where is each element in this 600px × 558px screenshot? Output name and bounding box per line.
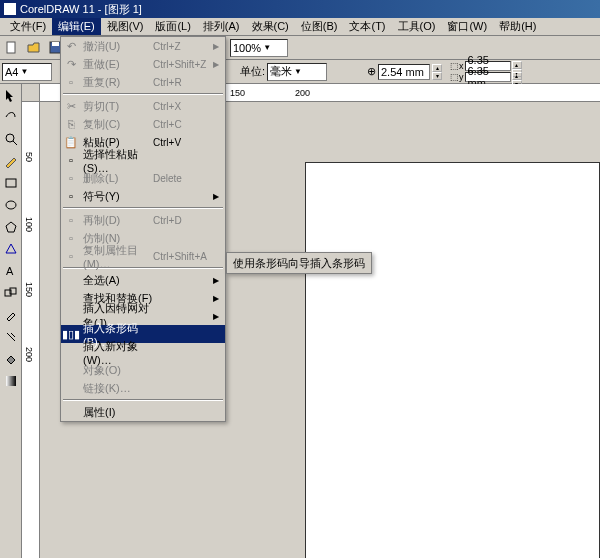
submenu-item[interactable]: 使用条形码向导插入条形码 xyxy=(229,255,369,271)
polygon-tool[interactable] xyxy=(1,217,21,237)
interactive-fill-tool[interactable] xyxy=(1,371,21,391)
titlebar: CorelDRAW 11 - [图形 1] xyxy=(0,0,600,18)
eyedropper-tool[interactable] xyxy=(1,305,21,325)
zoom-tool[interactable] xyxy=(1,129,21,149)
menu-label: 再制(D) xyxy=(81,213,153,228)
menu-item[interactable]: ▫符号(Y)▶ xyxy=(61,187,225,205)
new-icon xyxy=(5,41,19,55)
blend-icon xyxy=(4,286,18,300)
window-title: CorelDRAW 11 - [图形 1] xyxy=(20,2,142,17)
zoom-combo[interactable]: 100% ▼ xyxy=(230,39,288,57)
svg-point-3 xyxy=(6,134,14,142)
menu-label: 属性(I) xyxy=(81,405,153,420)
shape-tool[interactable] xyxy=(1,107,21,127)
delete-icon: ▫ xyxy=(61,172,81,184)
dupy-field[interactable]: 6.35 mm xyxy=(465,72,511,82)
menu-label: 符号(Y) xyxy=(81,189,153,204)
menu-effects[interactable]: 效果(C) xyxy=(246,18,295,35)
dupy-spin[interactable]: ▴▾ xyxy=(512,72,522,82)
menu-item: ⎘复制(C)Ctrl+C xyxy=(61,115,225,133)
menu-item: 链接(K)… xyxy=(61,379,225,397)
dropdown-arrow-icon: ▼ xyxy=(18,67,30,76)
menu-divider xyxy=(63,399,223,401)
nudge-field[interactable]: 2.54 mm xyxy=(378,64,430,80)
menu-file[interactable]: 文件(F) xyxy=(4,18,52,35)
menu-shortcut: Ctrl+Shift+A xyxy=(153,251,213,262)
basicshapes-tool[interactable] xyxy=(1,239,21,259)
new-button[interactable] xyxy=(2,38,22,58)
menu-shortcut: Ctrl+C xyxy=(153,119,213,130)
pen-icon xyxy=(4,330,18,344)
ruler-vertical[interactable]: 50 100 150 200 xyxy=(22,102,40,558)
menu-item: ▫重复(R)Ctrl+R xyxy=(61,73,225,91)
toolbox: A xyxy=(0,84,22,558)
svg-point-6 xyxy=(6,201,16,209)
menu-window[interactable]: 窗口(W) xyxy=(441,18,493,35)
menu-label: 撤消(U) xyxy=(81,39,153,54)
submenu-arrow-icon: ▶ xyxy=(213,60,225,69)
menu-label: 链接(K)… xyxy=(81,381,153,396)
menubar: 文件(F) 编辑(E) 视图(V) 版面(L) 排列(A) 效果(C) 位图(B… xyxy=(0,18,600,36)
dupy-icon: ⬚y xyxy=(450,72,464,82)
unit-label: 单位: xyxy=(240,64,265,79)
symbol-icon: ▫ xyxy=(61,190,81,202)
menu-item[interactable]: ▫选择性粘贴(S)… xyxy=(61,151,225,169)
dupx-spin[interactable]: ▴▾ xyxy=(512,61,522,71)
menu-item[interactable]: 插入新对象(W)… xyxy=(61,343,225,361)
unit-combo[interactable]: 毫米 ▼ xyxy=(267,63,327,81)
copy-icon: ⎘ xyxy=(61,118,81,130)
menu-tools[interactable]: 工具(O) xyxy=(392,18,442,35)
menu-label: 重复(R) xyxy=(81,75,153,90)
menu-label: 全选(A) xyxy=(81,273,153,288)
outline-tool[interactable] xyxy=(1,327,21,347)
submenu-arrow-icon: ▶ xyxy=(213,42,225,51)
ellipse-icon xyxy=(4,198,18,212)
blend-tool[interactable] xyxy=(1,283,21,303)
bucket-icon xyxy=(4,352,18,366)
menu-label: 对象(O) xyxy=(81,363,153,378)
pagesize-combo[interactable]: A4 ▼ xyxy=(2,63,52,81)
menu-edit[interactable]: 编辑(E) xyxy=(52,18,101,35)
text-tool[interactable]: A xyxy=(1,261,21,281)
standard-toolbar: 100% ▼ ↶撤消(U)Ctrl+Z▶↷重做(E)Ctrl+Shift+Z▶▫… xyxy=(0,36,600,60)
menu-shortcut: Ctrl+R xyxy=(153,77,213,88)
svg-rect-0 xyxy=(7,42,15,53)
menu-item[interactable]: 属性(I) xyxy=(61,403,225,421)
zoom-value: 100% xyxy=(233,42,261,54)
eyedropper-icon xyxy=(4,308,18,322)
menu-item[interactable]: 全选(A)▶ xyxy=(61,271,225,289)
svg-text:A: A xyxy=(6,265,14,277)
menu-shortcut: Ctrl+Z xyxy=(153,41,213,52)
ifill-icon xyxy=(4,374,18,388)
menu-item: ▫删除(L)Delete xyxy=(61,169,225,187)
freehand-tool[interactable] xyxy=(1,151,21,171)
ellipse-tool[interactable] xyxy=(1,195,21,215)
pick-tool[interactable] xyxy=(1,85,21,105)
menu-label: 删除(L) xyxy=(81,171,153,186)
menu-shortcut: Ctrl+X xyxy=(153,101,213,112)
svg-line-4 xyxy=(13,141,17,145)
menu-text[interactable]: 文本(T) xyxy=(343,18,391,35)
rectangle-tool[interactable] xyxy=(1,173,21,193)
menu-layout[interactable]: 版面(L) xyxy=(149,18,196,35)
page[interactable] xyxy=(305,162,600,558)
menu-bitmap[interactable]: 位图(B) xyxy=(295,18,344,35)
open-button[interactable] xyxy=(24,38,44,58)
barcode-submenu-tooltip: 使用条形码向导插入条形码 xyxy=(226,252,372,274)
menu-help[interactable]: 帮助(H) xyxy=(493,18,542,35)
barcode-icon: ▮▯▮ xyxy=(61,328,81,341)
fill-tool[interactable] xyxy=(1,349,21,369)
menu-label: 重做(E) xyxy=(81,57,153,72)
nudge-spin[interactable]: ▴▾ xyxy=(432,64,442,80)
menu-label: 复制属性目(M)… xyxy=(81,243,153,270)
submenu-arrow-icon: ▶ xyxy=(213,276,225,285)
nudge-icon: ⊕ xyxy=(367,65,376,78)
menu-arrange[interactable]: 排列(A) xyxy=(197,18,246,35)
ruler-origin[interactable] xyxy=(22,84,40,102)
app-icon xyxy=(4,3,16,15)
pagesize-value: A4 xyxy=(5,66,18,78)
menu-view[interactable]: 视图(V) xyxy=(101,18,150,35)
svg-rect-2 xyxy=(52,42,59,46)
menu-item: ↷重做(E)Ctrl+Shift+Z▶ xyxy=(61,55,225,73)
menu-shortcut: Delete xyxy=(153,173,213,184)
